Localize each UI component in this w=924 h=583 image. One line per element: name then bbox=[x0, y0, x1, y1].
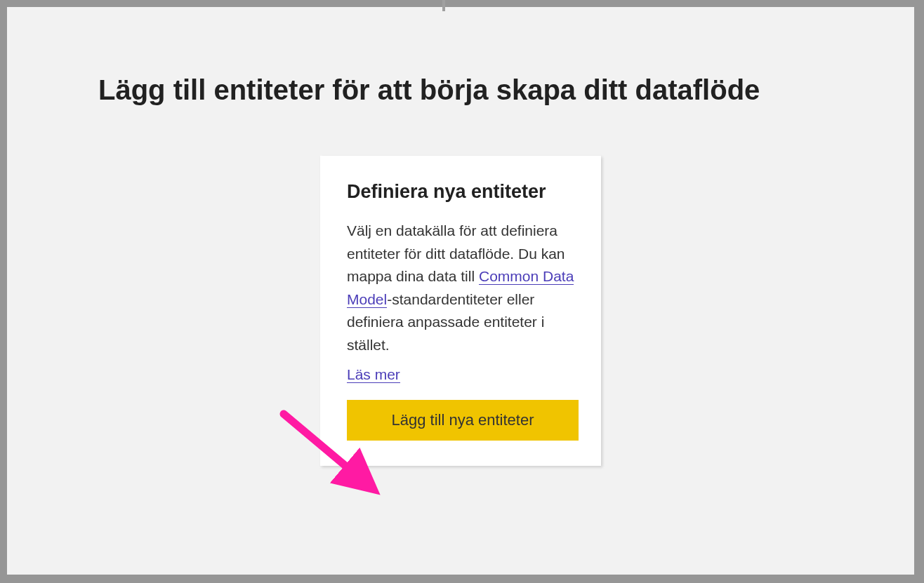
learn-more-row: Läs mer bbox=[347, 366, 574, 383]
add-new-entities-button[interactable]: Lägg till nya entiteter bbox=[347, 400, 579, 441]
content-panel: Lägg till entiteter för att börja skapa … bbox=[7, 7, 914, 575]
learn-more-link[interactable]: Läs mer bbox=[347, 366, 400, 383]
card-body-text: Välj en datakälla för att definiera enti… bbox=[347, 220, 574, 356]
top-tick-mark bbox=[442, 0, 445, 11]
outer-frame: Lägg till entiteter för att börja skapa … bbox=[0, 0, 924, 583]
define-entities-card: Definiera nya entiteter Välj en datakäll… bbox=[320, 156, 601, 466]
card-title: Definiera nya entiteter bbox=[347, 181, 574, 203]
page-title: Lägg till entiteter för att börja skapa … bbox=[98, 73, 823, 107]
